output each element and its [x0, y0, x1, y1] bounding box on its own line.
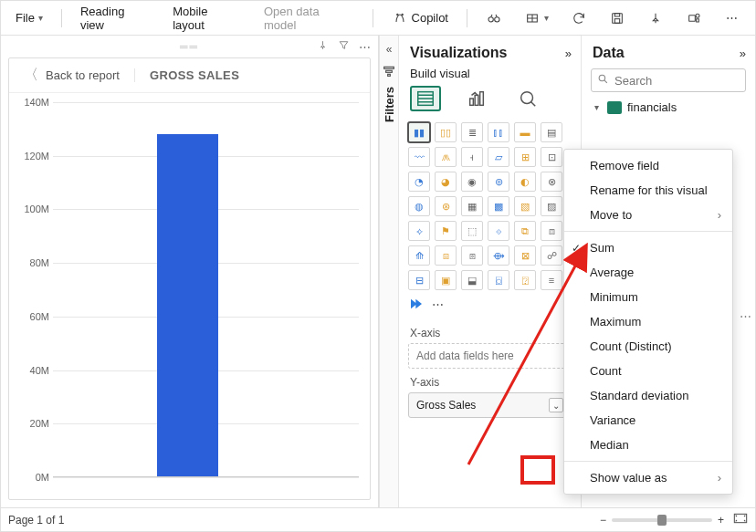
- viz-more-button[interactable]: ⋯: [432, 297, 444, 311]
- svg-rect-11: [386, 70, 393, 72]
- svg-rect-15: [475, 95, 478, 105]
- visual-type-button[interactable]: ▦: [461, 196, 483, 216]
- filters-icon: [381, 63, 397, 79]
- filter-visual-icon[interactable]: [338, 39, 350, 54]
- open-data-model-button: Open data model: [255, 0, 363, 37]
- caret-down-icon: ▾: [591, 102, 602, 112]
- table-icon: [607, 101, 622, 114]
- visualizations-title: Visualizations: [410, 45, 507, 61]
- visual-type-button[interactable]: ⟡: [408, 221, 430, 241]
- context-menu-item[interactable]: Remove field: [564, 153, 732, 178]
- svg-point-17: [521, 92, 533, 104]
- visual-type-button[interactable]: ⊚: [488, 172, 509, 192]
- svg-rect-12: [388, 74, 391, 76]
- visual-type-button[interactable]: ▩: [488, 196, 509, 216]
- top-toolbar: File▾ Reading view Mobile layout Open da…: [1, 1, 755, 36]
- collapse-viz-icon[interactable]: »: [565, 47, 572, 60]
- status-bar: Page 1 of 1 − +: [1, 507, 755, 531]
- copilot-button[interactable]: Copilot: [383, 5, 457, 32]
- visual-type-button[interactable]: ◍: [408, 196, 430, 216]
- chart-bar[interactable]: [157, 134, 218, 477]
- copilot-icon: [392, 10, 408, 26]
- zoom-slider[interactable]: [612, 518, 712, 522]
- visual-type-button[interactable]: ▯▯: [435, 122, 457, 142]
- build-visual-label: Build visual: [399, 65, 581, 86]
- visual-type-button[interactable]: ▬: [514, 122, 536, 142]
- visual-card[interactable]: 〈Back to report GROSS SALES 0M20M40M60M8…: [8, 57, 371, 500]
- grid-icon: [524, 10, 541, 26]
- svg-rect-16: [480, 92, 484, 106]
- overflow-indicator-icon: ⋯: [740, 309, 751, 323]
- visual-type-button[interactable]: 〰: [408, 147, 430, 167]
- format-visual-tab[interactable]: [461, 86, 492, 111]
- context-menu-item[interactable]: Rename for this visual: [564, 178, 732, 203]
- svg-point-2: [488, 16, 493, 21]
- visual-type-button[interactable]: ▨: [541, 196, 562, 216]
- data-search-input[interactable]: Search: [591, 68, 746, 92]
- file-menu[interactable]: File▾: [6, 5, 52, 30]
- visual-type-button[interactable]: ◕: [435, 172, 457, 192]
- chevron-right-icon: ›: [718, 471, 721, 485]
- table-node-financials[interactable]: ▾ financials: [591, 98, 746, 117]
- y-tick-label: 140M: [15, 97, 49, 108]
- data-title: Data: [593, 45, 625, 61]
- svg-rect-7: [614, 18, 619, 23]
- visual-type-button[interactable]: ▤: [541, 122, 562, 142]
- search-icon: [597, 73, 609, 88]
- visual-type-button[interactable]: ⊞: [514, 147, 536, 167]
- back-to-report-button[interactable]: 〈Back to report: [9, 66, 134, 85]
- explore-button[interactable]: [477, 5, 511, 32]
- visual-more-icon[interactable]: ⋯: [359, 40, 371, 54]
- filters-pane-collapsed[interactable]: « Filters: [379, 36, 399, 507]
- more-button[interactable]: ⋯: [715, 5, 750, 32]
- visual-type-button[interactable]: ⊡: [541, 147, 562, 167]
- visual-type-button[interactable]: ▱: [488, 147, 509, 167]
- svg-point-1: [402, 14, 403, 15]
- collapse-data-icon[interactable]: »: [740, 47, 746, 60]
- chart-area: 0M20M40M60M80M100M120M140M: [9, 93, 370, 499]
- visual-type-button[interactable]: ⫿⫿: [488, 122, 509, 142]
- teams-icon: [686, 10, 702, 26]
- visual-type-button[interactable]: ⊟: [408, 270, 430, 290]
- teams-button[interactable]: [677, 5, 711, 32]
- visual-type-button[interactable]: ▮▮: [408, 122, 430, 142]
- save-button[interactable]: [600, 5, 635, 32]
- reading-view-button[interactable]: Reading view: [71, 0, 160, 37]
- svg-rect-6: [614, 13, 619, 16]
- y-tick-label: 20M: [15, 418, 49, 429]
- analytics-tab[interactable]: [512, 86, 543, 111]
- expand-filters-icon[interactable]: «: [386, 43, 393, 56]
- mobile-layout-button[interactable]: Mobile layout: [163, 0, 251, 37]
- visual-type-button[interactable]: ◉: [461, 172, 483, 192]
- view-menu[interactable]: ▾: [515, 5, 558, 32]
- build-visual-tab[interactable]: [410, 86, 441, 111]
- refresh-button[interactable]: [562, 5, 596, 32]
- context-menu-item[interactable]: Move to›: [564, 203, 732, 227]
- y-tick-label: 40M: [15, 365, 49, 376]
- svg-rect-5: [613, 13, 623, 23]
- visual-type-button[interactable]: ⫞: [461, 147, 483, 167]
- visual-type-button[interactable]: ⊛: [435, 196, 457, 216]
- y-tick-label: 120M: [15, 151, 49, 162]
- y-tick-label: 0M: [15, 472, 49, 483]
- save-icon: [609, 10, 625, 26]
- pin-button[interactable]: [638, 5, 673, 32]
- svg-rect-10: [384, 67, 394, 68]
- drag-handle-icon[interactable]: ══: [180, 40, 199, 53]
- visual-type-button[interactable]: ◐: [514, 172, 536, 192]
- visual-type-button[interactable]: ⊗: [541, 172, 562, 192]
- svg-point-0: [396, 14, 397, 15]
- y-tick-label: 100M: [15, 203, 49, 214]
- fit-to-page-button[interactable]: [733, 513, 748, 527]
- zoom-in-button[interactable]: +: [718, 514, 724, 527]
- page-indicator: Page 1 of 1: [8, 514, 64, 527]
- visual-type-button[interactable]: ⟰: [408, 245, 430, 266]
- y-tick-label: 80M: [15, 257, 49, 268]
- visual-type-button[interactable]: ⩕: [435, 147, 457, 167]
- visual-type-button[interactable]: ▧: [514, 196, 536, 216]
- power-automate-icon[interactable]: [408, 296, 425, 312]
- visual-type-button[interactable]: ≣: [461, 122, 483, 142]
- pin-visual-icon[interactable]: [317, 39, 329, 54]
- zoom-out-button[interactable]: −: [600, 514, 606, 527]
- visual-type-button[interactable]: ◔: [408, 172, 430, 192]
